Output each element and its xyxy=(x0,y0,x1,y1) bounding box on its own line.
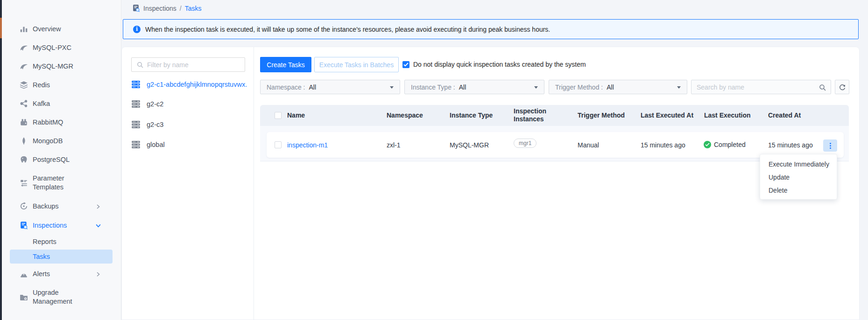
overview-icon xyxy=(20,25,28,33)
chevron-right-icon xyxy=(95,203,101,209)
instance-type-dropdown[interactable]: Instance Type : All xyxy=(404,80,544,94)
sidebar-item-upgrade-management[interactable]: Upgrade Management xyxy=(0,283,121,311)
sidebar-item-alerts[interactable]: Alerts xyxy=(0,264,121,283)
cluster-item-g2-c1[interactable]: g2-c1-abcdefghijklmnopqrstuvwx... xyxy=(131,78,247,91)
kafka-icon xyxy=(20,99,28,108)
mongodb-icon xyxy=(20,137,28,145)
sidebar-item-tasks[interactable]: Tasks xyxy=(0,250,121,264)
sidebar-item-redis[interactable]: Redis xyxy=(0,76,121,94)
cluster-icon xyxy=(131,80,141,89)
cluster-icon xyxy=(131,140,141,149)
task-search-input[interactable] xyxy=(697,81,816,93)
sidebar-item-inspections[interactable]: Inspections xyxy=(0,216,121,235)
panel-divider xyxy=(254,47,254,320)
check-icon xyxy=(403,63,409,67)
redis-icon xyxy=(20,81,28,89)
column-header-name: Name xyxy=(287,111,305,119)
chevron-down-icon xyxy=(95,223,101,228)
search-icon[interactable] xyxy=(819,83,826,91)
column-header-instance-type: Instance Type xyxy=(450,111,493,119)
backups-icon xyxy=(20,202,28,210)
more-dots-icon xyxy=(830,143,831,144)
execute-tasks-in-batches-button[interactable]: Execute Tasks in Batches xyxy=(314,57,399,72)
edge-orange-marker xyxy=(0,18,2,38)
refresh-button[interactable] xyxy=(835,80,849,94)
select-all-checkbox[interactable] xyxy=(275,112,282,119)
sidebar-item-parameter-templates[interactable]: Parameter Templates xyxy=(0,169,121,197)
row-instance-type: MySQL-MGR xyxy=(450,141,489,149)
sidebar-item-overview[interactable]: Overview xyxy=(0,20,121,38)
upgrade-management-icon xyxy=(20,293,28,301)
sidebar-item-mongodb[interactable]: MongoDB xyxy=(0,132,121,150)
row-namespace: zxl-1 xyxy=(387,141,401,149)
sidebar-item-kafka[interactable]: Kafka xyxy=(0,94,121,113)
caret-down-icon xyxy=(534,86,538,89)
cluster-icon xyxy=(131,99,141,109)
mysql-icon xyxy=(20,43,28,52)
menu-item-delete[interactable]: Delete xyxy=(760,184,837,197)
caret-down-icon xyxy=(677,86,681,89)
mysql-icon xyxy=(20,62,28,70)
row-created-at: 15 minutes ago xyxy=(768,141,813,149)
row-actions-more-button[interactable] xyxy=(823,139,837,152)
info-icon: i xyxy=(133,26,141,33)
banner-text: When the inspection task is executed, it… xyxy=(145,26,550,33)
sidebar-item-reports[interactable]: Reports xyxy=(0,233,121,250)
namespace-dropdown[interactable]: Namespace : All xyxy=(260,80,400,94)
collapsed-edge-strip xyxy=(0,0,2,320)
sidebar-item-backups[interactable]: Backups xyxy=(0,197,121,216)
parameter-templates-icon xyxy=(20,179,28,187)
breadcrumb-section[interactable]: Inspections xyxy=(143,5,176,12)
sidebar-item-mysql-pxc[interactable]: MySQL-PXC xyxy=(0,38,121,57)
completed-status-icon xyxy=(704,141,711,148)
sidebar: Overview MySQL-PXC MySQL-MGR Redis Kafka… xyxy=(0,0,121,320)
refresh-icon xyxy=(839,83,846,91)
column-header-created-at: Created At xyxy=(768,111,801,119)
column-header-trigger-method: Trigger Method xyxy=(578,111,625,119)
cluster-icon xyxy=(131,120,141,129)
task-name-link[interactable]: inspection-m1 xyxy=(287,141,328,149)
cluster-item-g2-c3[interactable]: g2-c3 xyxy=(131,118,163,131)
sidebar-item-mysql-mgr[interactable]: MySQL-MGR xyxy=(0,57,121,76)
inspections-breadcrumb-icon xyxy=(132,4,140,12)
chevron-right-icon xyxy=(95,271,101,277)
breadcrumb: Inspections / Tasks xyxy=(132,4,202,12)
row-trigger-method: Manual xyxy=(578,141,599,149)
menu-item-execute-immediately[interactable]: Execute Immediately xyxy=(760,158,837,171)
table-row xyxy=(267,132,844,158)
task-search xyxy=(691,80,831,94)
sidebar-item-postgresql[interactable]: PostgreSQL xyxy=(0,150,121,169)
row-last-execution: Completed xyxy=(704,141,746,148)
breadcrumb-current[interactable]: Tasks xyxy=(185,5,202,12)
hide-quick-tasks-label: Do not display quick inspection tasks cr… xyxy=(413,61,586,68)
info-banner: i When the inspection task is executed, … xyxy=(123,19,859,39)
cluster-filter xyxy=(131,57,245,72)
instance-tag: mgr1 xyxy=(514,139,536,148)
search-icon xyxy=(136,61,144,69)
menu-item-update[interactable]: Update xyxy=(760,171,837,184)
row-actions-menu: Execute Immediately Update Delete xyxy=(760,154,837,200)
alerts-icon xyxy=(20,270,28,278)
inspections-icon xyxy=(20,221,28,230)
cluster-filter-input[interactable] xyxy=(147,58,243,71)
trigger-method-dropdown[interactable]: Trigger Method : All xyxy=(549,80,687,94)
hide-quick-tasks-checkbox[interactable] xyxy=(402,61,409,68)
row-last-executed-at: 15 minutes ago xyxy=(641,141,685,149)
sidebar-item-rabbitmq[interactable]: RabbitMQ xyxy=(0,113,121,132)
row-inspection-instances: mgr1 xyxy=(514,140,536,149)
column-header-namespace: Namespace xyxy=(387,111,423,119)
column-header-last-executed-at: Last Executed At xyxy=(641,111,693,119)
row-checkbox[interactable] xyxy=(275,141,282,148)
breadcrumb-separator: / xyxy=(180,5,182,12)
cluster-item-g2-c2[interactable]: g2-c2 xyxy=(131,97,163,111)
column-header-inspection-instances: Inspection Instances xyxy=(514,107,558,123)
cluster-item-global[interactable]: global xyxy=(131,138,165,151)
create-tasks-button[interactable]: Create Tasks xyxy=(260,57,311,72)
postgresql-icon xyxy=(20,155,28,164)
caret-down-icon xyxy=(390,86,394,89)
column-header-last-execution: Last Execution xyxy=(704,111,751,119)
rabbitmq-icon xyxy=(20,118,28,126)
status-text: Completed xyxy=(714,141,746,148)
